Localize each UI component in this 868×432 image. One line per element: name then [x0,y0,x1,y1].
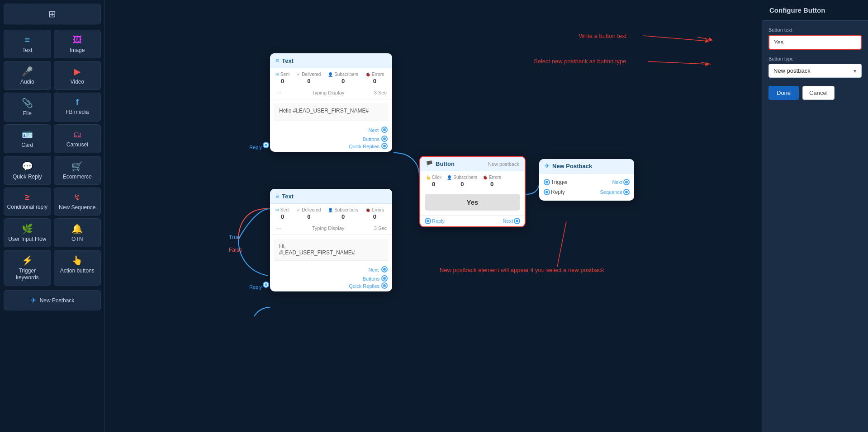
button-node-type: New postback [488,161,519,167]
postback-node-rows: Trigger Next Reply Sequence [539,174,634,201]
sidebar-item-video-label: Video [71,79,84,85]
svg-line-2 [557,221,566,267]
sidebar-item-sequence-label: New Sequence [59,204,95,211]
sidebar-item-video[interactable]: ▶ Video [54,61,101,90]
button-type-label: Button type [768,56,862,61]
postback-row-reply: Reply Sequence [545,187,629,197]
done-button[interactable]: Done [768,86,799,100]
postback-next-dot[interactable] [624,180,629,184]
btn-stat-click-value: 0 [432,181,435,188]
text-node-1-message: Hello #LEAD_USER_FIRST_NAME# [274,103,389,121]
text-node-2-next-label: Next [368,267,379,272]
text-node-1-header-icon: ≡ [275,57,279,64]
carousel-icon: 🗂 [73,129,82,140]
text-node-1-next-dot[interactable] [382,127,387,132]
text-node-1-reply-dot[interactable] [264,143,268,147]
typing-display-2: ··· Typing Display 3 Sec [270,224,392,235]
sidebar-item-image[interactable]: 🖼 Image [54,30,101,58]
sidebar-item-ecommerce[interactable]: 🛒 Ecommerce [54,156,101,185]
postback-next-label: Next [612,179,622,185]
stat-subs-1-value: 0 [342,78,345,85]
sidebar-item-file-label: File [23,110,32,117]
sidebar-item-quick-reply[interactable]: 💬 Quick Reply [4,156,51,185]
svg-line-0 [697,37,711,40]
canvas: True False ≡ Text ✉ Sent 0 ✓ Delivered 0 [105,0,762,432]
sidebar-item-file[interactable]: 📎 File [4,93,51,122]
file-icon: 📎 [22,98,33,108]
sidebar-item-new-postback[interactable]: ✈ New Postback [4,290,101,310]
typing-dots-1: ··· [275,90,282,95]
stat-errors-2: 🐞 Errors 0 [365,207,384,220]
button-node: 🏴 Button New postback 👆 Click 0 👤 Subscr… [419,156,526,227]
button-type-select[interactable]: New postback URL Phone number Share Logi… [768,64,862,78]
sidebar-item-card[interactable]: 🪪 Card [4,124,51,153]
ecommerce-icon: 🛒 [71,161,83,172]
text-node-2-footer: Next [270,264,392,275]
postback-next-right: Next [612,179,629,185]
text-icon: ≡ [24,35,30,45]
text-node-1-buttons-dot[interactable] [382,136,387,141]
text-node-2-quickreplies-dot[interactable] [382,283,387,288]
stat-sent-2: ✉ Sent 0 [275,207,289,220]
text-node-1-next-label: Next [368,127,379,133]
btn-stat-subs-label: 👤 Subscribers [447,175,477,180]
btn-reply-dot[interactable] [426,219,430,223]
text-node-2-buttons-row: Buttons [270,275,392,282]
stat-errors-2-label: 🐞 Errors [365,207,384,212]
postback-reply-left: Reply [545,189,565,195]
postback-reply-label: Reply [551,189,565,195]
button-node-header: 🏴 Button New postback [420,157,525,171]
sidebar-item-user-input[interactable]: 🌿 User Input Flow [4,218,51,247]
sidebar-item-quickreply-label: Quick Reply [13,174,42,180]
panel-action-buttons: Done Cancel [768,86,862,100]
postback-seq-right: Sequence [600,189,629,195]
text-node-2-next-dot[interactable] [382,267,387,272]
text-node-1-quickreplies-dot[interactable] [382,144,387,148]
text-node-1-reply-label: Reply [249,145,262,150]
button-text-group: Button text [768,27,862,50]
sidebar-top-button[interactable]: ⊞ [4,4,101,24]
postback-trigger-label: Trigger [551,179,568,185]
stat-subs-1: 👤 Subscribers 0 [328,72,358,85]
stat-delivered-2-value: 0 [307,213,310,220]
sidebar-item-carousel-label: Carousel [66,141,88,148]
btn-footer-reply: Reply [426,218,445,224]
cancel-button[interactable]: Cancel [802,86,834,100]
postback-reply-dot[interactable] [545,190,549,194]
postback-seq-dot[interactable] [624,190,629,194]
btn-next-dot[interactable] [515,219,519,223]
text-node-2-buttons-dot[interactable] [382,276,387,281]
text-node-1-header-label: Text [282,57,294,64]
card-icon: 🪪 [22,129,33,140]
sidebar-item-audio[interactable]: 🎤 Audio [4,61,51,90]
postback-trigger-dot[interactable] [545,180,549,184]
text-node-2-quickreplies-label: Quick Replies [349,283,379,289]
sidebar-item-trigger[interactable]: ⚡ Trigger keywords [4,250,51,286]
yes-button[interactable]: Yes [425,194,520,211]
sidebar-item-otn[interactable]: 🔔 OTN [54,218,101,247]
sidebar-item-text[interactable]: ≡ Text [4,30,51,58]
text-node-1-buttons-row: Buttons [270,136,392,143]
sidebar-item-action[interactable]: 👆 Action buttons [54,250,101,286]
btn-stat-click: 👆 Click 0 [426,175,441,188]
svg-line-1 [701,62,711,64]
button-text-input[interactable] [768,35,862,50]
btn-stat-errors-label: 🐞 Errors [483,175,501,180]
stat-delivered-2: ✓ Delivered 0 [297,207,321,220]
text-node-2-header-label: Text [282,193,294,200]
audio-icon: 🎤 [22,66,33,77]
text-node-1-quickreplies-label: Quick Replies [349,144,379,149]
annotation-write-button-text: Write a button text [579,33,626,39]
image-icon: 🖼 [73,35,82,45]
btn-footer-next: Next [503,218,519,224]
sidebar-item-fb-media[interactable]: f FB media [54,93,101,122]
sidebar-item-conditional[interactable]: ≥ Conditional reply [4,188,51,216]
sidebar-item-carousel[interactable]: 🗂 Carousel [54,124,101,153]
text-node-2-reply-dot[interactable] [264,282,268,287]
sidebar-grid: ≡ Text 🖼 Image 🎤 Audio ▶ Video 📎 File f … [4,30,101,286]
postback-seq-label: Sequence [600,189,622,195]
stat-subs-1-label: 👤 Subscribers [328,72,358,77]
button-type-select-wrapper: New postback URL Phone number Share Logi… [768,64,862,78]
sidebar-item-sequence[interactable]: ↯ New Sequence [54,188,101,216]
trigger-icon: ⚡ [22,255,33,266]
